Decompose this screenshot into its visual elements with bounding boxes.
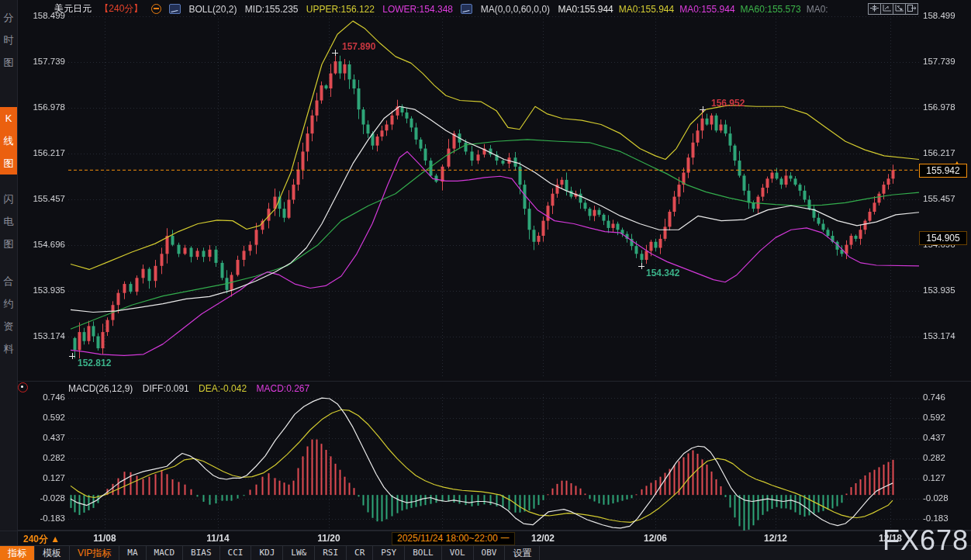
ma-values: MA0:155.944MA0:155.944MA0:155.944MA60:15…	[558, 3, 833, 14]
boll-upper-value: UPPER:156.122	[306, 4, 375, 15]
pan-right-icon[interactable]	[905, 3, 918, 15]
toolbar-item-指标[interactable]: 指标	[0, 546, 35, 560]
boll-label: BOLL(20,2)	[188, 4, 237, 15]
toolbar-item-MACD[interactable]: MACD	[147, 546, 184, 560]
axis-label-right: 156.978	[923, 102, 968, 112]
axis-label-left: 0.282	[20, 453, 65, 462]
macd-header: MACD(26,12,9) DIFF:0.091 DEA:-0.042 MACD…	[68, 383, 316, 394]
axis-label-right: -0.183	[923, 513, 968, 523]
axis-label-left: 154.696	[20, 240, 65, 249]
toolbar-item-BOLL[interactable]: BOLL	[405, 546, 442, 560]
toolbar-item-VIP指标[interactable]: VIP指标	[70, 546, 119, 560]
toolbar-item-CR[interactable]: CR	[347, 546, 373, 560]
toolbar-item-RSI[interactable]: RSI	[315, 546, 347, 560]
ma-label: MA(0,0,0,60,0,0)	[481, 4, 550, 15]
ma-chart-icon[interactable]	[461, 4, 472, 14]
period-label: 【240分】	[99, 3, 143, 14]
toolbar-item-OBV[interactable]: OBV	[474, 546, 506, 560]
toolbar-item-设置[interactable]: 设置	[505, 546, 540, 560]
ma-value: MA0:155.944	[619, 4, 674, 15]
axis-label-right: 153.174	[923, 331, 968, 340]
axis-label-right: 0.282	[923, 453, 968, 462]
toolbar-item-KDJ[interactable]: KDJ	[251, 546, 283, 560]
axis-label-left: 0.127	[20, 473, 65, 482]
axis-label-left: 157.739	[20, 57, 65, 66]
macd-settings-icon[interactable]	[18, 382, 28, 392]
toolbar-item-PSY[interactable]: PSY	[373, 546, 405, 560]
ma-value: MA60:155.573	[741, 4, 801, 15]
toolbar-item-BIAS[interactable]: BIAS	[183, 546, 220, 560]
collapse-indicator-icon[interactable]	[151, 4, 161, 14]
axis-label-right: 0.437	[923, 433, 968, 442]
ma-value: MA0:155.944	[558, 4, 613, 15]
axis-label-left: 153.935	[20, 285, 65, 295]
sidebar-tab-分时图[interactable]: 分时图	[0, 6, 17, 74]
axis-label-right: 157.739	[923, 57, 968, 66]
axis-label-right: 156.217	[923, 148, 968, 157]
axis-label-right: 155.457	[923, 194, 968, 203]
axis-label-right: 0.592	[923, 413, 968, 422]
axis-label-right: 153.935	[923, 285, 968, 295]
date-tick: 12/12	[764, 533, 787, 544]
axis-label-right: 0.746	[923, 392, 968, 402]
time-tooltip: 2025/11/24 18:00~22:00 一	[392, 532, 515, 545]
sidebar-tab-K线图[interactable]: K线图	[0, 107, 17, 175]
toolbar-item-MA[interactable]: MA	[119, 546, 146, 560]
axis-label-left: -0.183	[20, 513, 65, 523]
price-annotation: 156.952	[711, 98, 745, 109]
axis-label-left: 0.437	[20, 433, 65, 442]
boll-mid-value: MID:155.235	[245, 4, 299, 15]
axis-label-left: 0.592	[20, 413, 65, 422]
macd-dea-value: DEA:-0.042	[199, 383, 247, 394]
date-tick: 12/06	[644, 533, 667, 544]
ma-value: MA0:155.944	[679, 4, 734, 15]
axis-label-left: 155.457	[20, 194, 65, 203]
zoom-axis-left-icon[interactable]	[880, 3, 893, 15]
sidebar-tab-闪电图[interactable]: 闪电图	[0, 188, 17, 255]
chart-canvas[interactable]	[0, 0, 971, 560]
axis-label-left: 158.499	[20, 11, 65, 20]
price-annotation: 154.342	[646, 268, 679, 278]
price-annotation: 157.890	[342, 41, 375, 52]
toolbar-item-CCI[interactable]: CCI	[220, 546, 252, 560]
macd-macd-value: MACD:0.267	[256, 383, 309, 394]
date-tick: 11/20	[317, 533, 340, 544]
sidebar-tab-合约资料[interactable]: 合约资料	[0, 270, 17, 360]
indicator-header: 美元日元 【240分】 BOLL(20,2) MID:155.235 UPPER…	[54, 2, 839, 15]
zoom-axis-right-icon[interactable]	[893, 3, 906, 15]
bottom-toolbar: 指标模板VIP指标MAMACDBIASCCIKDJLW&RSICRPSYBOLL…	[0, 545, 971, 560]
crosshair-icon[interactable]	[868, 3, 881, 15]
timeframe-label[interactable]: 240分 ▲	[23, 533, 60, 546]
axis-label-left: -0.028	[20, 493, 65, 503]
boll-lower-value: LOWER:154.348	[382, 4, 453, 15]
axis-label-left: 0.746	[20, 392, 65, 402]
watermark: FX678	[883, 524, 969, 557]
boll-chart-icon[interactable]	[169, 4, 181, 14]
macd-diff-value: DIFF:0.091	[143, 383, 189, 394]
axis-label-left: 153.174	[20, 331, 65, 340]
toolbar-item-VOL[interactable]: VOL	[442, 546, 474, 560]
date-tick: 11/14	[206, 533, 229, 544]
date-tick: 12/02	[531, 533, 555, 544]
price-annotation: 152.812	[78, 358, 111, 368]
time-axis: 240分 ▲ 11/0811/1411/2012/0212/0612/1212/…	[0, 531, 971, 546]
axis-label-right: 158.499	[923, 11, 968, 20]
sidebar: 分时图K线图闪电图合约资料	[0, 0, 18, 545]
toolbar-item-模板[interactable]: 模板	[35, 546, 70, 560]
date-tick: 11/08	[93, 533, 116, 544]
axis-label-right: -0.028	[923, 493, 968, 503]
axis-label-left: 156.217	[20, 148, 65, 157]
axis-label-right: 0.127	[923, 473, 968, 482]
secondary-price-tag: 154.905	[919, 231, 967, 245]
macd-title: MACD(26,12,9)	[68, 383, 133, 394]
ma-value: MA0:	[807, 4, 828, 15]
toolbar-item-LW&[interactable]: LW&	[283, 546, 315, 560]
current-price-tag: 155.942	[919, 164, 967, 178]
axis-label-left: 156.978	[20, 102, 65, 112]
trading-app-window: 分时图K线图闪电图合约资料 美元日元 【240分】 BOLL(20,2) MID…	[0, 0, 971, 560]
